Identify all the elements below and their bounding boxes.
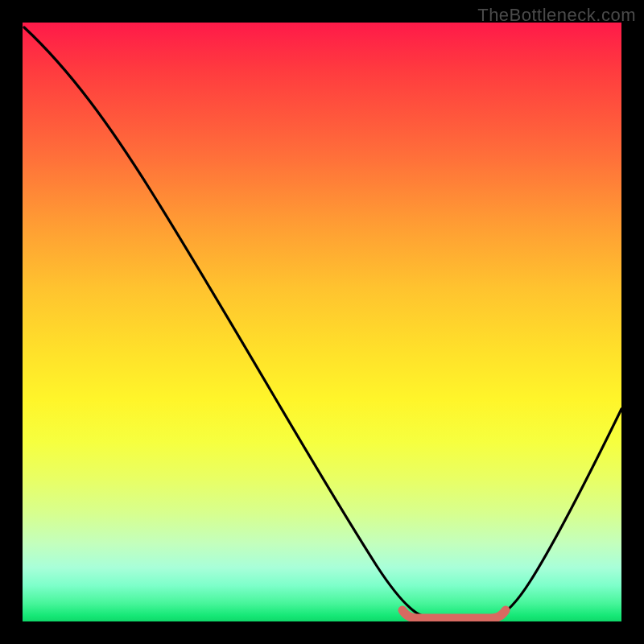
curve-path [24,27,621,617]
chart-frame: TheBottleneck.com [0,0,644,644]
bottleneck-curve [23,23,621,621]
plot-area [23,23,621,621]
watermark-text: TheBottleneck.com [477,5,636,26]
sweet-spot-path [402,610,506,618]
